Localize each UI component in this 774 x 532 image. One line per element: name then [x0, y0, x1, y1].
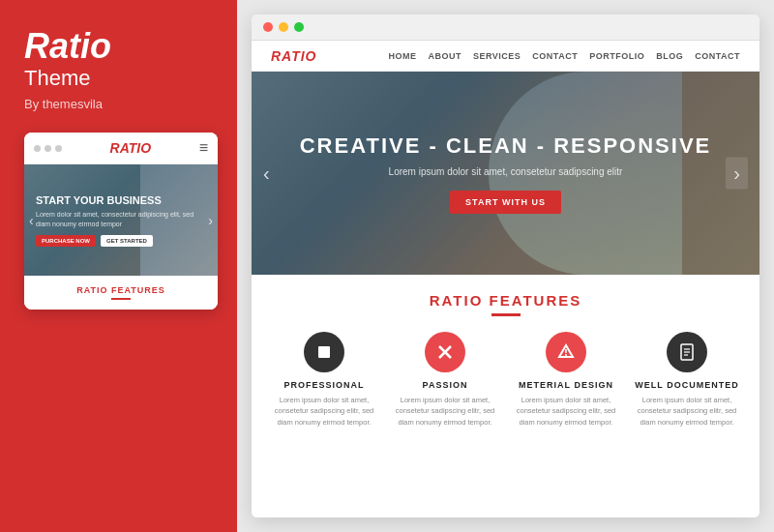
features-grid: PROFESSIONAL Lorem ipsum dolor sit amet,… [271, 332, 740, 428]
logo-by: By themesvila [24, 97, 111, 111]
mobile-arrow-left-icon[interactable]: ‹ [29, 213, 34, 228]
site-nav-links: HOME ABOUT SERVICES CONTACT PORTFOLIO BL… [388, 51, 740, 61]
material-icon [546, 332, 586, 372]
browser-dot-yellow [279, 22, 288, 32]
site-hero-subtitle: Lorem ipsum dolor sit amet, consetetur s… [389, 166, 623, 177]
hero-arrow-left-icon[interactable]: ‹ [263, 163, 270, 185]
feature-professional: PROFESSIONAL Lorem ipsum dolor sit amet,… [271, 332, 377, 428]
feature-documented-text: Lorem ipsum dolor sit amet, consetetur s… [634, 395, 740, 428]
feature-passion-text: Lorem ipsum dolor sit amet, consetetur s… [392, 395, 498, 428]
mobile-features-label-black: RATIO [76, 285, 107, 295]
right-panel: RATIO HOME ABOUT SERVICES CONTACT PORTFO… [237, 0, 774, 532]
mobile-dot-2 [45, 145, 51, 152]
browser-dot-green [294, 22, 304, 32]
features-underline [491, 313, 521, 316]
mobile-features-label-red: FEATURES [111, 285, 165, 295]
features-label-black: RATIO [430, 292, 484, 309]
feature-professional-title: PROFESSIONAL [283, 380, 364, 390]
feature-documented-title: WELL DOCUMENTED [635, 380, 738, 390]
feature-material-title: METERIAL DESIGN [519, 380, 613, 390]
mobile-dot-1 [34, 145, 41, 152]
site-hero-title: CREATIVE - CLEAN - RESPONSIVE [300, 133, 712, 159]
svg-rect-0 [318, 346, 330, 358]
hero-arrow-right-icon[interactable]: › [726, 158, 748, 190]
mobile-mockup: RATIO ≡ ‹ › START YOUR BUSINESS Lorem do… [24, 133, 218, 310]
site-nav: RATIO HOME ABOUT SERVICES CONTACT PORTFO… [252, 41, 759, 72]
site-nav-logo: RATIO [271, 48, 317, 64]
nav-link-about[interactable]: ABOUT [428, 51, 461, 61]
mobile-purchase-button[interactable]: PURCHASE NOW [36, 235, 96, 247]
mobile-traffic-lights [34, 145, 62, 152]
feature-material: METERIAL DESIGN Lorem ipsum dolor sit am… [513, 332, 619, 428]
browser-top-bar [252, 15, 759, 41]
feature-material-text: Lorem ipsum dolor sit amet, consetetur s… [513, 395, 619, 428]
feature-passion: PASSION Lorem ipsum dolor sit amet, cons… [392, 332, 498, 428]
mobile-top-bar: RATIO ≡ [24, 133, 218, 164]
nav-link-contact[interactable]: CONTACT [532, 51, 578, 61]
nav-link-contact2[interactable]: CONTACT [695, 51, 740, 61]
mobile-features: RATIO FEATURES [24, 276, 218, 310]
mobile-get-started-button[interactable]: GET STARTED [101, 235, 153, 247]
passion-icon [425, 332, 465, 372]
left-panel: Ratio Theme By themesvila RATIO ≡ ‹ › ST… [0, 0, 237, 532]
mobile-dot-3 [55, 145, 62, 152]
feature-documented: WELL DOCUMENTED Lorem ipsum dolor sit am… [634, 332, 740, 428]
mobile-hero-buttons: PURCHASE NOW GET STARTED [36, 235, 206, 247]
mobile-features-title: RATIO FEATURES [34, 285, 208, 295]
feature-professional-text: Lorem ipsum dolor sit amet, consetetur s… [271, 395, 377, 428]
professional-icon [304, 332, 344, 372]
mobile-arrow-right-icon[interactable]: › [208, 213, 213, 228]
feature-passion-title: PASSION [423, 380, 468, 390]
documented-icon [667, 332, 707, 372]
hamburger-icon[interactable]: ≡ [199, 139, 208, 157]
site-features: RATIO FEATURES PROFESSIONAL Lorem ipsum … [252, 275, 759, 517]
features-label-red: FEATURES [490, 292, 582, 309]
mobile-hero-title: START YOUR BUSINESS [36, 193, 206, 207]
browser-mockup: RATIO HOME ABOUT SERVICES CONTACT PORTFO… [252, 15, 759, 517]
mobile-hero: ‹ › START YOUR BUSINESS Lorem dolor sit … [24, 164, 218, 276]
hero-start-button[interactable]: START WITH US [450, 191, 561, 214]
features-title: RATIO FEATURES [271, 292, 740, 309]
logo-title: Ratio [24, 29, 111, 64]
mobile-hero-text: Lorem dolor sit amet, consectetur adipis… [36, 210, 206, 229]
browser-content: RATIO HOME ABOUT SERVICES CONTACT PORTFO… [252, 41, 759, 517]
svg-point-5 [565, 354, 567, 356]
mobile-logo: RATIO [110, 140, 152, 156]
logo-section: Ratio Theme By themesvila [24, 29, 111, 111]
browser-dot-red [263, 22, 273, 32]
site-hero: ‹ › CREATIVE - CLEAN - RESPONSIVE Lorem … [252, 72, 759, 275]
nav-link-portfolio[interactable]: PORTFOLIO [589, 51, 644, 61]
nav-link-services[interactable]: SERVICES [473, 51, 521, 61]
mobile-features-underline [111, 298, 131, 300]
nav-link-blog[interactable]: BLOG [656, 51, 683, 61]
nav-link-home[interactable]: HOME [388, 51, 416, 61]
logo-subtitle: Theme [24, 66, 111, 91]
